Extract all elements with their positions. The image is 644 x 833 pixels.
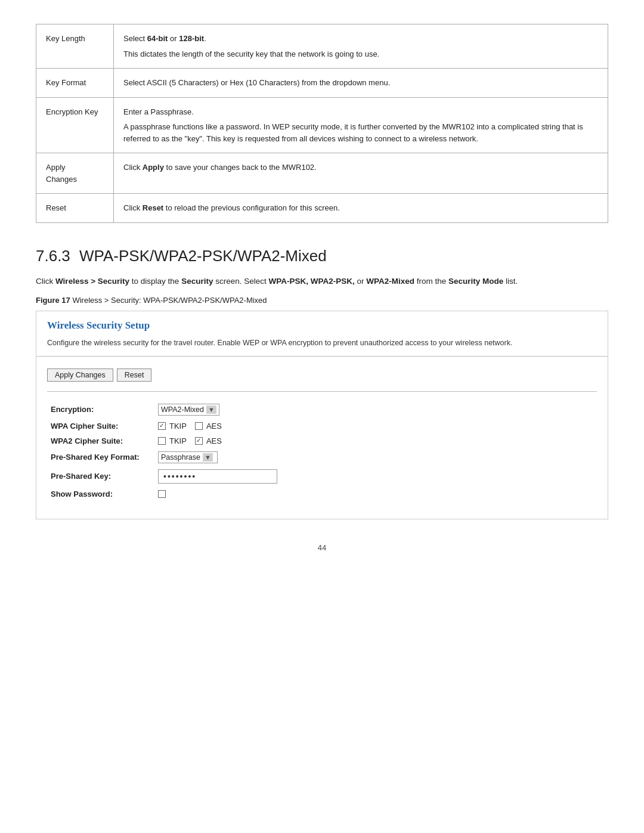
content-encryption-key: Enter a Passphrase. A passphrase functio…: [114, 97, 608, 153]
section-heading: 7.6.3 WPA-PSK/WPA2-PSK/WPA2-Mixed: [36, 247, 608, 265]
value-encryption: WPA2-Mixed ▼: [158, 404, 219, 416]
psk-format-select-value: Passphrase: [161, 453, 200, 462]
wireless-security-setup-box: Wireless Security Setup Configure the wi…: [36, 311, 608, 519]
wss-form: Encryption: WPA2-Mixed ▼ WPA Cipher Suit…: [36, 404, 608, 519]
content-key-format: Select ASCII (5 Characters) or Hex (10 C…: [114, 69, 608, 98]
table-row-apply-changes: ApplyChanges Click Apply to save your ch…: [36, 153, 608, 194]
encryption-select-value: WPA2-Mixed: [161, 405, 204, 414]
wss-description: Configure the wireless security for the …: [36, 335, 608, 356]
wpa2-tkip-label: TKIP: [169, 436, 187, 445]
psk-input[interactable]: [158, 469, 277, 484]
figure-caption: Figure 17 Wireless > Security: WPA-PSK/W…: [36, 296, 608, 305]
form-row-show-password: Show Password:: [51, 490, 593, 498]
value-wpa2-cipher: TKIP AES: [158, 436, 222, 445]
label-key-format: Key Format: [36, 69, 114, 98]
value-show-password: [158, 490, 166, 498]
label-psk-format: Pre-Shared Key Format:: [51, 453, 158, 462]
reset-button[interactable]: Reset: [117, 368, 152, 382]
apply-changes-button[interactable]: Apply Changes: [47, 368, 113, 382]
wpa-tkip-checkbox[interactable]: [158, 422, 166, 430]
figure-caption-text: Wireless > Security: WPA-PSK/WPA2-PSK/WP…: [72, 296, 267, 305]
table-row-key-length: Key Length Select 64-bit or 128-bit. Thi…: [36, 24, 608, 69]
table-row-encryption-key: Encryption Key Enter a Passphrase. A pas…: [36, 97, 608, 153]
content-apply-changes: Click Apply to save your changes back to…: [114, 153, 608, 194]
form-row-wpa2-cipher: WPA2 Cipher Suite: TKIP AES: [51, 436, 593, 445]
wpa2-aes-checkbox[interactable]: [195, 437, 203, 445]
psk-format-select[interactable]: Passphrase ▼: [158, 451, 218, 463]
psk-format-select-arrow-icon: ▼: [203, 453, 213, 462]
wpa2-tkip-checkbox[interactable]: [158, 437, 166, 445]
wss-divider-mid: [47, 391, 597, 392]
value-wpa-cipher: TKIP AES: [158, 422, 222, 431]
show-password-checkbox[interactable]: [158, 490, 166, 498]
wpa-aes-label: AES: [206, 422, 222, 431]
body-paragraph-1: Click Wireless > Security to display the…: [36, 275, 608, 288]
label-wpa2-cipher: WPA2 Cipher Suite:: [51, 436, 158, 445]
wpa-aes-checkbox[interactable]: [195, 422, 203, 430]
label-encryption-key: Encryption Key: [36, 97, 114, 153]
wss-divider-top: [36, 356, 608, 357]
section-number: 7.6.3: [36, 247, 70, 265]
encryption-select-arrow-icon: ▼: [206, 405, 216, 414]
label-wpa-cipher: WPA Cipher Suite:: [51, 422, 158, 431]
wpa-tkip-label: TKIP: [169, 422, 187, 431]
label-reset: Reset: [36, 194, 114, 223]
form-row-wpa-cipher: WPA Cipher Suite: TKIP AES: [51, 422, 593, 431]
form-row-encryption: Encryption: WPA2-Mixed ▼: [51, 404, 593, 416]
label-show-password: Show Password:: [51, 490, 158, 498]
value-psk: [158, 469, 277, 484]
wpa2-aes-label: AES: [206, 436, 222, 445]
content-key-length: Select 64-bit or 128-bit. This dictates …: [114, 24, 608, 69]
wss-title: Wireless Security Setup: [36, 311, 608, 335]
label-key-length: Key Length: [36, 24, 114, 69]
figure-label: Figure 17: [36, 296, 70, 305]
form-row-psk-format: Pre-Shared Key Format: Passphrase ▼: [51, 451, 593, 463]
content-reset: Click Reset to reload the previous confi…: [114, 194, 608, 223]
wss-button-row: Apply Changes Reset: [36, 364, 608, 391]
page-number: 44: [36, 543, 608, 552]
form-row-psk: Pre-Shared Key:: [51, 469, 593, 484]
table-row-key-format: Key Format Select ASCII (5 Characters) o…: [36, 69, 608, 98]
table-row-reset: Reset Click Reset to reload the previous…: [36, 194, 608, 223]
info-table: Key Length Select 64-bit or 128-bit. Thi…: [36, 24, 608, 223]
label-encryption: Encryption:: [51, 405, 158, 414]
encryption-select[interactable]: WPA2-Mixed ▼: [158, 404, 219, 416]
section-title: WPA-PSK/WPA2-PSK/WPA2-Mixed: [79, 247, 327, 265]
label-psk: Pre-Shared Key:: [51, 472, 158, 481]
label-apply-changes: ApplyChanges: [36, 153, 114, 194]
value-psk-format: Passphrase ▼: [158, 451, 218, 463]
